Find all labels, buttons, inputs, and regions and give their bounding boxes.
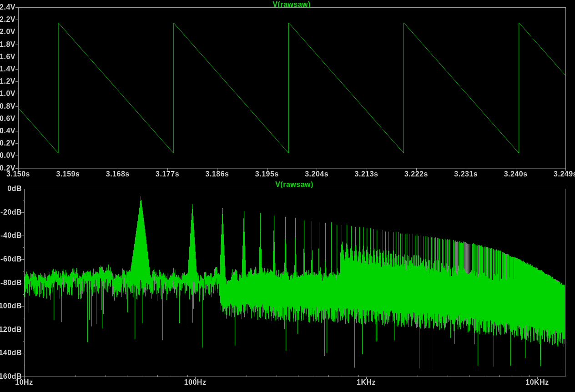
- time-axis-tick-label: 3.150s: [6, 170, 30, 178]
- time-axis-tick-label: 3.240s: [504, 170, 528, 178]
- db-axis-tick-label: -40dB: [0, 231, 22, 240]
- time-axis-tick-label: 3.168s: [106, 170, 130, 178]
- time-axis-tick-label: 3.195s: [255, 170, 279, 178]
- db-axis-tick-label: -20dB: [0, 208, 22, 216]
- frequency-axis-tick-label: 1KHz: [357, 378, 376, 387]
- voltage-axis-tick-label: 1.0V: [0, 90, 15, 98]
- time-axis-tick-label: 3.222s: [404, 170, 428, 178]
- frequency-axis-tick-label: 10Hz: [15, 378, 33, 387]
- time-axis-tick-label: 3.177s: [156, 170, 179, 178]
- time-axis-tick-label: 3.159s: [56, 170, 80, 178]
- time-axis-tick-label: 3.249s: [554, 170, 575, 178]
- voltage-axis-tick-label: 0.4V: [0, 127, 15, 135]
- fft-spectrum-plot-area[interactable]: [0, 179, 575, 392]
- voltage-axis-tick-label: 0.8V: [0, 102, 15, 111]
- voltage-axis-tick-label: 0.2V: [0, 139, 15, 147]
- trace-name-time-domain[interactable]: V(rawsaw): [272, 0, 311, 9]
- time-axis-tick-label: 3.231s: [454, 170, 478, 178]
- voltage-axis-tick-label: 2.0V: [0, 28, 15, 36]
- trace-name-fft[interactable]: V(rawsaw): [275, 181, 313, 189]
- voltage-axis-tick-label: 2.2V: [0, 15, 15, 24]
- waveform-viewer: V(rawsaw) V(rawsaw) 2.4V2.2V2.0V1.8V1.6V…: [0, 0, 575, 392]
- voltage-axis-tick-label: 2.4V: [0, 3, 15, 11]
- time-axis-tick-label: 3.186s: [205, 170, 229, 178]
- voltage-axis-tick-label: 0.6V: [0, 115, 15, 123]
- frequency-axis-tick-label: 10KHz: [525, 378, 549, 387]
- db-axis-tick-label: -80dB: [0, 279, 22, 287]
- time-axis-tick-label: 3.204s: [305, 170, 328, 178]
- frequency-axis-tick-label: 100Hz: [184, 378, 207, 387]
- time-domain-plot-area[interactable]: [0, 0, 575, 179]
- voltage-axis-tick-label: 1.6V: [0, 53, 15, 61]
- voltage-axis-tick-label: 0.0V: [0, 151, 15, 160]
- db-axis-tick-label: -140dB: [0, 349, 22, 357]
- voltage-axis-tick-label: 1.8V: [0, 40, 15, 49]
- db-axis-tick-label: -100dB: [0, 302, 22, 310]
- db-axis-tick-label: -60dB: [0, 255, 22, 263]
- db-axis-tick-label: -120dB: [0, 326, 22, 334]
- time-axis-tick-label: 3.213s: [355, 170, 378, 178]
- db-axis-tick-label: 0dB: [7, 185, 22, 193]
- voltage-axis-tick-label: 1.2V: [0, 77, 15, 85]
- voltage-axis-tick-label: 1.4V: [0, 65, 15, 73]
